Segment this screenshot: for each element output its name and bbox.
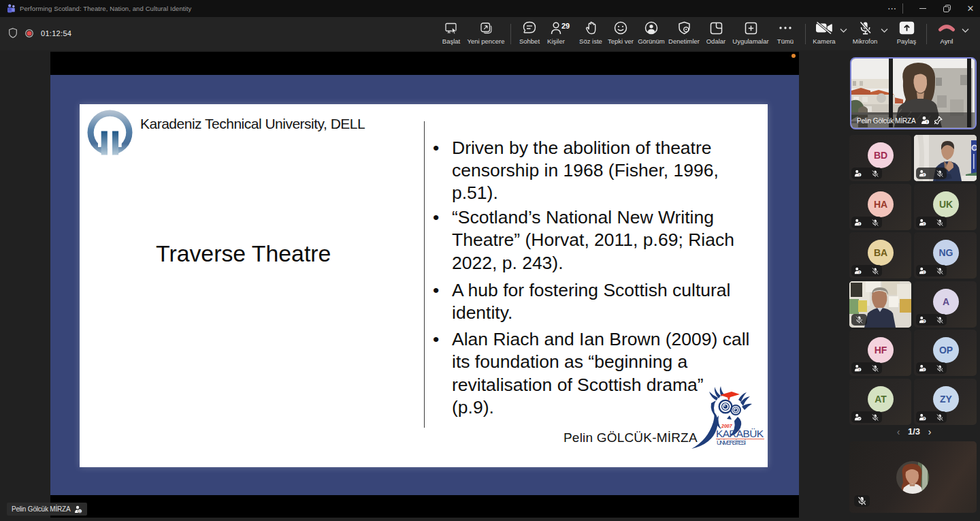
svg-text:!: ! (924, 173, 925, 177)
svg-text:!: ! (924, 270, 925, 274)
svg-text:ÜNİVERSİTESİ: ÜNİVERSİTESİ (717, 439, 746, 446)
svg-text:!: ! (859, 173, 860, 177)
svg-text:!: ! (859, 222, 860, 226)
svg-text:KARABÜK: KARABÜK (716, 428, 764, 439)
svg-text:!: ! (859, 270, 860, 274)
svg-text:!: ! (924, 222, 925, 226)
svg-text:!: ! (926, 120, 928, 124)
svg-text:!: ! (859, 368, 860, 372)
svg-text:!: ! (924, 368, 925, 372)
